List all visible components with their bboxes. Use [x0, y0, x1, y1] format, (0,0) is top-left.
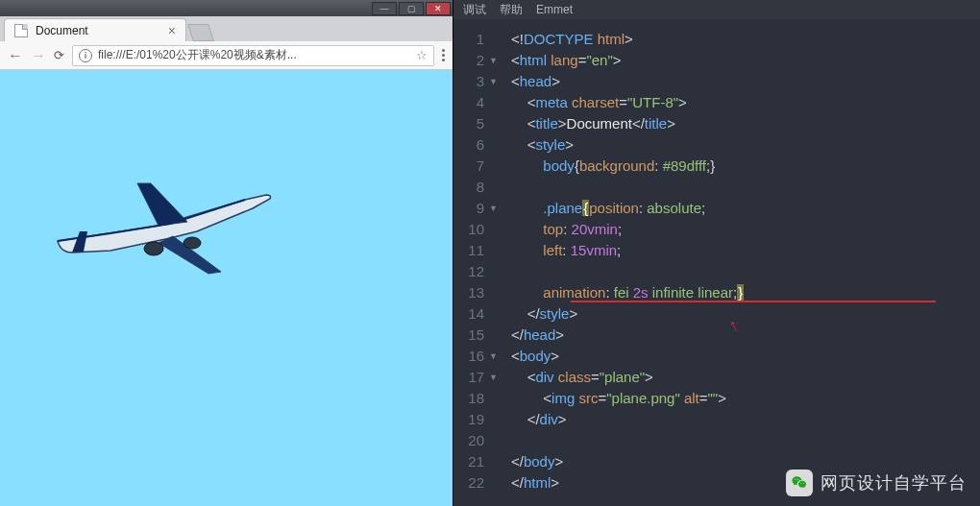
browser-window: — ▢ ✕ Document × ← → ⟳ i file:///E:/01%2…: [0, 0, 453, 506]
os-titlebar: — ▢ ✕: [0, 0, 453, 16]
close-button[interactable]: ✕: [426, 2, 451, 15]
code-line[interactable]: left: 15vmin;: [511, 240, 980, 261]
line-number: 17▼: [453, 367, 498, 388]
line-number: 12: [453, 261, 498, 282]
watermark-text: 网页设计自学平台: [821, 471, 967, 494]
line-number: 11: [453, 240, 498, 261]
code-line[interactable]: [511, 430, 980, 451]
code-line[interactable]: </head>: [511, 325, 980, 346]
url-text: file:///E:/01%20公开课%20视频&素材...: [98, 47, 297, 63]
line-number: 16▼: [453, 346, 498, 367]
annotation-underline: [571, 301, 936, 302]
line-number: 8: [453, 177, 498, 198]
wechat-icon: [786, 470, 813, 496]
code-line[interactable]: <html lang="en">: [511, 50, 980, 71]
line-gutter: 12▼3▼456789▼10111213141516▼17▼1819202122: [453, 19, 503, 506]
code-line[interactable]: <meta charset="UTF-8">: [511, 92, 980, 113]
browser-tab[interactable]: Document ×: [4, 18, 186, 41]
code-line[interactable]: .plane{position: absolute;: [511, 198, 980, 219]
line-number: 3▼: [453, 71, 498, 92]
menu-help[interactable]: 帮助: [500, 2, 523, 18]
code-line[interactable]: </style>: [511, 303, 980, 325]
plane-image: [43, 166, 274, 285]
line-number: 20: [453, 430, 498, 451]
code-body[interactable]: ↑ <!DOCTYPE html><html lang="en"><head> …: [503, 19, 980, 506]
code-line[interactable]: body{background: #89dfff;}: [511, 156, 980, 177]
line-number: 9▼: [453, 198, 498, 219]
line-number: 6: [453, 134, 498, 156]
site-info-icon[interactable]: i: [79, 49, 92, 62]
code-line[interactable]: </div>: [511, 409, 980, 430]
line-number: 15: [453, 325, 498, 346]
svg-point-1: [184, 237, 201, 249]
code-line[interactable]: <div class="plane">: [511, 367, 980, 388]
new-tab-button[interactable]: [187, 24, 214, 41]
code-area[interactable]: 12▼3▼456789▼10111213141516▼17▼1819202122…: [453, 19, 980, 506]
line-number: 1: [453, 29, 498, 50]
bookmark-icon[interactable]: ☆: [416, 48, 428, 62]
menu-button[interactable]: [442, 49, 445, 61]
code-line[interactable]: [511, 177, 980, 198]
line-number: 4: [453, 92, 498, 113]
line-number: 21: [453, 451, 498, 472]
tab-title: Document: [36, 24, 88, 37]
max-button[interactable]: ▢: [399, 2, 424, 15]
line-number: 14: [453, 303, 498, 325]
watermark: 网页设计自学平台: [786, 470, 967, 496]
min-button[interactable]: —: [372, 2, 397, 15]
address-bar: ← → ⟳ i file:///E:/01%20公开课%20视频&素材... ☆: [0, 41, 453, 70]
code-line[interactable]: <img src="plane.png" alt="">: [511, 388, 980, 409]
back-button[interactable]: ←: [8, 47, 23, 64]
code-line[interactable]: <!DOCTYPE html>: [511, 29, 980, 50]
menu-debug[interactable]: 调试: [463, 2, 486, 18]
url-input[interactable]: i file:///E:/01%20公开课%20视频&素材... ☆: [72, 45, 434, 66]
tab-bar: Document ×: [0, 16, 453, 41]
page-content: [0, 70, 453, 506]
line-number: 7: [453, 156, 498, 177]
line-number: 22: [453, 472, 498, 494]
forward-button[interactable]: →: [31, 47, 46, 64]
line-number: 13: [453, 282, 498, 303]
code-line[interactable]: top: 20vmin;: [511, 219, 980, 240]
code-line[interactable]: <body>: [511, 346, 980, 367]
code-editor: 调试 帮助 Emmet 12▼3▼456789▼10111213141516▼1…: [453, 0, 980, 506]
code-line[interactable]: [511, 261, 980, 282]
code-line[interactable]: <title>Document</title>: [511, 113, 980, 134]
line-number: 19: [453, 409, 498, 430]
menu-emmet[interactable]: Emmet: [536, 3, 573, 16]
line-number: 2▼: [453, 50, 498, 71]
svg-point-0: [144, 242, 163, 255]
code-line[interactable]: <style>: [511, 134, 980, 156]
line-number: 5: [453, 113, 498, 134]
code-line[interactable]: <head>: [511, 71, 980, 92]
tab-close-icon[interactable]: ×: [168, 23, 176, 38]
line-number: 18: [453, 388, 498, 409]
reload-button[interactable]: ⟳: [54, 48, 64, 62]
editor-menubar: 调试 帮助 Emmet: [453, 0, 980, 19]
document-icon: [14, 24, 28, 37]
line-number: 10: [453, 219, 498, 240]
